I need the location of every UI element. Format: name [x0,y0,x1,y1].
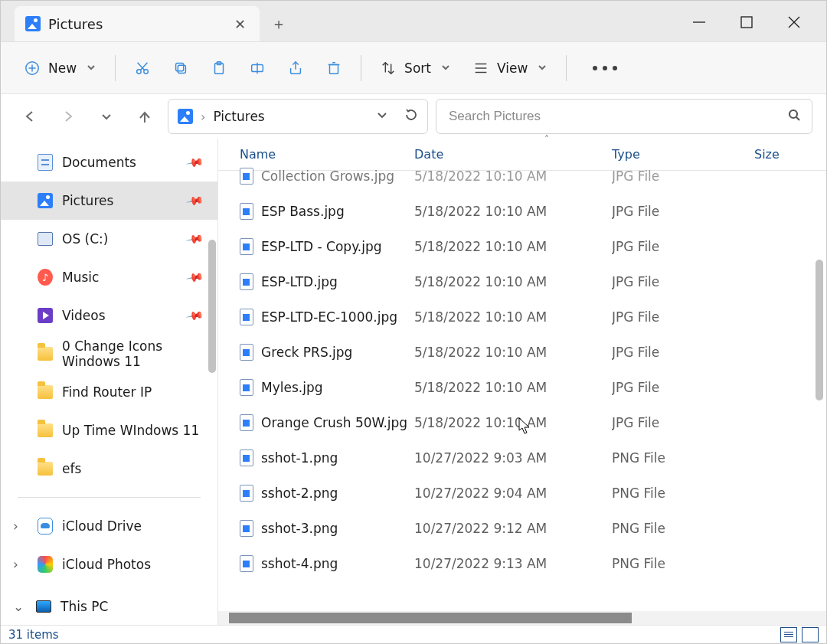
share-button[interactable] [279,51,312,85]
file-row[interactable]: Collection Grows.jpg5/18/2022 10:10 AMJP… [218,159,826,194]
sidebar-item-this-pc[interactable]: ⌄ This PC [1,588,217,625]
details-view-button[interactable] [780,627,797,642]
command-bar: New Sort View [1,42,826,94]
up-button[interactable] [129,101,160,132]
recent-button[interactable] [91,101,122,132]
file-icon [240,449,253,466]
close-window-button[interactable] [786,15,802,33]
sidebar-item[interactable]: Videos📌 [1,296,217,335]
pictures-icon [25,16,41,31]
file-explorer-window: Pictures ✕ ＋ New Sort View [0,0,827,644]
sidebar-item[interactable]: OS (C:)📌 [1,220,217,258]
file-row[interactable]: ESP-LTD - Copy.jpg5/18/2022 10:10 AMJPG … [218,229,826,264]
pin-icon: 📌 [185,267,205,287]
pictures-icon [178,109,193,124]
back-button[interactable] [15,101,45,132]
nav-row: › Pictures [1,94,826,139]
chevron-down-icon: ⌄ [13,599,24,614]
file-row[interactable]: ESP Bass.jpg5/18/2022 10:10 AMJPG File [218,194,826,229]
title-bar: Pictures ✕ ＋ [1,1,826,42]
file-icon [240,344,253,361]
search-box[interactable] [436,99,812,134]
sidebar-item[interactable]: ›iCloud Drive [1,507,217,545]
forward-button[interactable] [53,101,83,132]
file-row[interactable]: sshot-3.png10/27/2022 9:12 AMPNG File [218,511,826,546]
breadcrumb-current[interactable]: Pictures [213,109,264,124]
cut-button[interactable] [126,51,159,85]
sidebar-scrollbar[interactable] [208,240,216,373]
status-bar: 31 items [1,625,826,643]
pin-icon: 📌 [185,152,205,172]
file-icon [240,485,253,502]
breadcrumb-separator: › [201,110,205,124]
file-icon [240,414,253,431]
search-input[interactable] [447,108,787,125]
file-list: ˄ Name Date Type Size Collection Grows.j… [218,139,826,625]
sidebar-item[interactable]: Documents📌 [1,143,217,181]
chevron-down-icon [537,60,548,76]
new-tab-button[interactable]: ＋ [260,6,298,41]
chevron-right-icon: › [13,557,18,572]
file-row[interactable]: ESP-LTD.jpg5/18/2022 10:10 AMJPG File [218,264,826,299]
vertical-scrollbar[interactable] [816,260,823,400]
view-button[interactable]: View [465,51,555,85]
sidebar-item[interactable]: ›iCloud Photos [1,545,217,584]
sidebar-item[interactable]: efs [1,449,217,488]
search-icon[interactable] [787,108,801,125]
window-controls [691,6,826,41]
sidebar-item[interactable]: Pictures📌 [1,181,217,220]
pin-icon: 📌 [185,306,205,325]
address-dropdown-button[interactable] [375,108,389,125]
file-icon [240,238,253,255]
more-icon [593,66,617,70]
tab-pictures[interactable]: Pictures ✕ [15,6,260,41]
copy-button[interactable] [165,51,197,85]
minimize-button[interactable] [691,15,707,33]
pin-icon: 📌 [185,229,205,249]
thumbnails-view-button[interactable] [802,627,819,642]
file-row[interactable]: Myles.jpg5/18/2022 10:10 AMJPG File [218,370,826,405]
body: Documents📌Pictures📌OS (C:)📌♪Music📌Videos… [1,139,826,625]
more-button[interactable] [577,51,625,85]
sort-indicator-icon: ˄ [544,134,549,145]
delete-button[interactable] [318,51,350,85]
svg-rect-11 [178,65,185,73]
svg-rect-17 [330,64,338,74]
new-button[interactable]: New [16,51,104,85]
svg-line-25 [796,117,799,120]
svg-rect-1 [741,17,752,28]
file-row[interactable]: sshot-1.png10/27/2022 9:03 AMPNG File [218,440,826,476]
horizontal-scrollbar[interactable] [218,611,826,625]
file-row[interactable]: sshot-2.png10/27/2022 9:04 AMPNG File [218,476,826,511]
file-icon [240,203,253,220]
file-icon [240,379,253,396]
file-icon [240,273,253,290]
sidebar-item[interactable]: 0 Change Icons Windows 11 [1,335,217,373]
file-icon [240,555,253,572]
nav-sidebar: Documents📌Pictures📌OS (C:)📌♪Music📌Videos… [1,139,218,625]
chevron-right-icon: › [13,518,18,534]
file-row[interactable]: ESP-LTD-EC-1000.jpg5/18/2022 10:10 AMJPG… [218,299,826,335]
chevron-down-icon [86,60,96,76]
tab-label: Pictures [48,16,103,32]
file-row[interactable]: Greck PRS.jpg5/18/2022 10:10 AMJPG File [218,335,826,370]
item-count: 31 items [8,628,59,642]
file-icon [240,309,253,325]
sidebar-item[interactable]: ♪Music📌 [1,258,217,296]
maximize-button[interactable] [739,15,754,33]
monitor-icon [36,599,51,614]
close-tab-icon[interactable]: ✕ [234,16,246,32]
rename-button[interactable] [241,51,273,85]
sort-button[interactable]: Sort [372,51,459,85]
address-bar[interactable]: › Pictures [168,99,428,134]
sidebar-item[interactable]: Find Router IP [1,373,217,411]
pin-icon: 📌 [185,191,205,211]
refresh-button[interactable] [404,108,418,125]
chevron-down-icon [440,60,451,76]
file-icon [240,520,253,537]
file-row[interactable]: Orange Crush 50W.jpg5/18/2022 10:10 AMJP… [218,405,826,440]
file-rows: Collection Grows.jpg5/18/2022 10:10 AMJP… [218,159,826,611]
sidebar-item[interactable]: Up Time WIndows 11 [1,411,217,449]
file-row[interactable]: sshot-4.png10/27/2022 9:13 AMPNG File [218,546,826,581]
paste-button[interactable] [203,51,235,85]
